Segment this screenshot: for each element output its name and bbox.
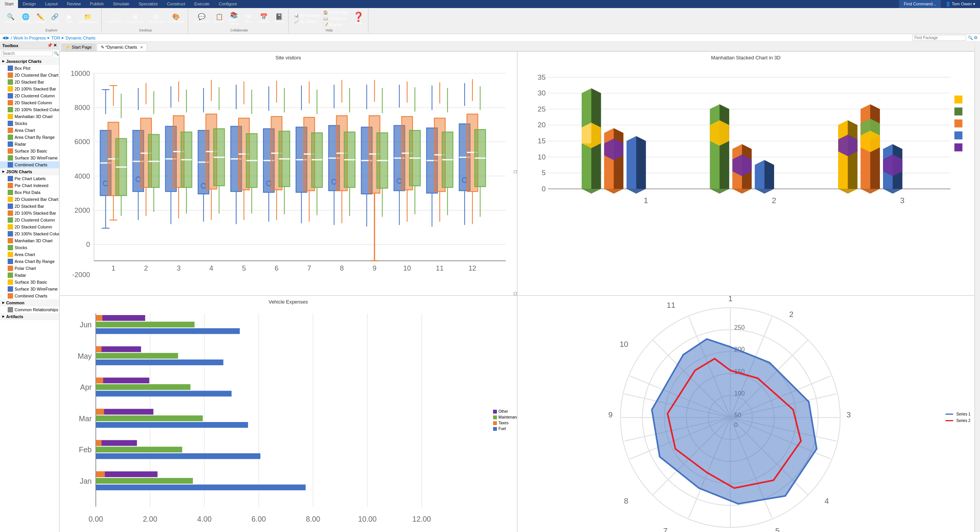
- breadcrumb-tor[interactable]: TOR: [51, 36, 60, 40]
- tab-start-page[interactable]: ⚡ Start Page: [61, 43, 96, 51]
- toolbox-item-pie-labels[interactable]: Pie Chart Labels: [0, 175, 59, 182]
- preferences-btn[interactable]: ⚙Preferences: [146, 13, 166, 24]
- toolbox-item-area[interactable]: Area Chart: [0, 127, 59, 134]
- toolbox-close-icon[interactable]: ✕: [53, 43, 57, 48]
- tab-configure[interactable]: Configure: [214, 0, 242, 8]
- tab-review[interactable]: Review: [62, 0, 86, 8]
- manhattan-title: Manhattan Stacked Chart in 3D: [518, 52, 975, 64]
- tab-construct[interactable]: Construct: [163, 0, 190, 8]
- toolbox-item-combined-json[interactable]: Combined Charts: [0, 292, 59, 299]
- toolbox-item-pie-indexed[interactable]: Pie Chart Indexed: [0, 182, 59, 189]
- toolbox-item-100stacked-col[interactable]: 2D 100% Stacked Column: [0, 106, 59, 113]
- breadcrumb-dynamic[interactable]: Dynamic Charts: [66, 36, 95, 40]
- toolbox-item-stacked-col-json[interactable]: 2D Stacked Column: [0, 223, 59, 230]
- resize-handle-se[interactable]: [514, 292, 517, 295]
- toolbox-item-100stacked-bar[interactable]: 2D 100% Stacked Bar: [0, 85, 59, 92]
- tab-find-command[interactable]: Find Command...: [899, 0, 941, 8]
- toolbox-item-box-plot[interactable]: Box Plot: [0, 65, 59, 72]
- section-common[interactable]: ▸ Common: [0, 299, 59, 306]
- svg-text:9: 9: [608, 410, 612, 419]
- breadcrumb-work[interactable]: Work In Progress: [13, 36, 46, 40]
- svg-text:2000: 2000: [74, 206, 90, 214]
- mail-btn[interactable]: ✉Mail: [242, 13, 255, 24]
- toolbox-item-common-rel[interactable]: Common Relationships: [0, 306, 59, 313]
- find-package-search-icon[interactable]: 🔍: [968, 35, 973, 40]
- tab-specialize[interactable]: Specialize: [134, 0, 162, 8]
- toolbox-item-clustered-col[interactable]: 2D Clustered Column: [0, 92, 59, 99]
- perspectives-btn[interactable]: 🖥Perspectives: [125, 13, 145, 24]
- find-package-options-icon[interactable]: ⚙: [974, 35, 978, 40]
- toolbox-item-clustered-col-json[interactable]: 2D Clustered Column: [0, 217, 59, 223]
- tab-layout[interactable]: Layout: [40, 0, 62, 8]
- svg-rect-286: [96, 484, 306, 490]
- toolbox-item-clustered-bar[interactable]: 2D Clustered Bar Chart: [0, 72, 59, 79]
- clustered-bar-label: 2D Clustered Bar Chart: [15, 73, 58, 77]
- review-btn[interactable]: 📋Review: [212, 13, 226, 24]
- mykanban-btn[interactable]: 📊 My Kanban: [293, 13, 321, 18]
- visualstyle-btn[interactable]: 🎨Visual Style: [166, 13, 186, 24]
- toolbox-search-input[interactable]: [1, 51, 53, 56]
- svg-text:12: 12: [469, 264, 476, 272]
- homepage-btn[interactable]: 🏠 Home Page: [322, 10, 351, 15]
- section-json-charts[interactable]: ▸ JSON Charts: [0, 168, 59, 175]
- tab-publish[interactable]: Publish: [86, 0, 109, 8]
- calendar-btn[interactable]: 📅Calendar: [256, 13, 271, 24]
- toolbox-item-area-range[interactable]: Area Chart By Range: [0, 134, 59, 141]
- toolbox-item-clustered-bar-json[interactable]: 2D Clustered Bar Chart: [0, 196, 59, 203]
- tab-dynamic-charts[interactable]: ✎ *Dynamic Charts ✕: [97, 43, 147, 51]
- fullscreen-btn[interactable]: ⛶Full Screen: [105, 13, 124, 24]
- nav-back-btn[interactable]: ◀: [2, 35, 5, 40]
- nav-fwd-btn[interactable]: ▶: [6, 35, 9, 40]
- toolbox-item-surface3d[interactable]: Surface 3D Basic: [0, 148, 59, 154]
- toolbox-search-icon[interactable]: 🔍: [54, 51, 59, 56]
- search-btn[interactable]: 🔍Search: [4, 13, 18, 25]
- section-artifacts[interactable]: ▸ Artifacts: [0, 313, 59, 320]
- toolbox-item-polar[interactable]: Polar Chart: [0, 265, 59, 272]
- dynamic-charts-tab-label: ✎ *Dynamic Charts: [101, 45, 137, 49]
- toolbox-item-stacked-bar[interactable]: 2D Stacked Bar: [0, 79, 59, 85]
- mygantt-btn[interactable]: 📈 My Gantt: [293, 19, 321, 25]
- toolbox-item-radar-json[interactable]: Radar: [0, 272, 59, 279]
- run-btn[interactable]: ▶Run: [62, 13, 76, 25]
- toolbox-item-manhattan-json[interactable]: Manhattan 3D Chart: [0, 237, 59, 244]
- tab-design[interactable]: Design: [18, 0, 40, 8]
- design-btn[interactable]: ✏️Design: [33, 13, 47, 25]
- toolbox-item-surface3d-wire-json[interactable]: Surface 3D WireFrame: [0, 286, 59, 292]
- toolbox-item-stacked-bar-json[interactable]: 2D Stacked Bar: [0, 203, 59, 210]
- toolbox-item-surface3d-wire[interactable]: Surface 3D WireFrame: [0, 154, 59, 161]
- section-javascript-charts[interactable]: ▸ Javascript Charts: [0, 58, 59, 65]
- tab-simulate[interactable]: Simulate: [109, 0, 134, 8]
- tab-execute[interactable]: Execute: [190, 0, 214, 8]
- toolbox-item-100stacked-bar-json[interactable]: 2D 100% Stacked Bar: [0, 210, 59, 217]
- toolbox-item-combined-js[interactable]: Combined Charts: [0, 161, 59, 168]
- resize-handle-e[interactable]: [514, 170, 517, 173]
- toolbox-item-boxplot-data[interactable]: Box Plot Data: [0, 189, 59, 196]
- toolbox-item-manhattan[interactable]: Manhattan 3D Chart: [0, 113, 59, 120]
- libraries-btn[interactable]: 📖 Libraries ▾: [322, 16, 351, 21]
- find-package-input[interactable]: [913, 35, 966, 41]
- artifacts-label: Artifacts: [6, 314, 23, 319]
- tab-start[interactable]: Start: [0, 0, 18, 8]
- toolbox-item-stocks[interactable]: Stocks: [0, 120, 59, 127]
- help-btn[interactable]: ❓Help: [351, 11, 366, 26]
- register-btn[interactable]: 📝 Register: [322, 22, 351, 28]
- discussions-btn[interactable]: 💬Discussions: [192, 13, 212, 24]
- toolbox-item-area-range-json[interactable]: Area Chart By Range: [0, 258, 59, 265]
- toolbox-item-stocks-json[interactable]: Stocks: [0, 244, 59, 251]
- toolbox-item-100stacked-col-json[interactable]: 2D 100% Stacked Column: [0, 230, 59, 237]
- stacked-bar-json-label: 2D Stacked Bar: [15, 204, 44, 209]
- share-btn[interactable]: 🔗Share: [48, 13, 62, 25]
- toolbox-item-radar[interactable]: Radar: [0, 141, 59, 148]
- portals-btn[interactable]: 🌐Portals: [19, 13, 33, 25]
- content-area: ⚡ Start Page ✎ *Dynamic Charts ✕ Site vi…: [59, 42, 975, 532]
- toolbox-item-surface3d-json[interactable]: Surface 3D Basic: [0, 279, 59, 286]
- toolbox-item-area-json[interactable]: Area Chart: [0, 251, 59, 258]
- workspaces-btn[interactable]: 📁Workspaces: [77, 13, 99, 25]
- team-library-btn[interactable]: 📚TeamLibrary: [227, 11, 241, 26]
- tab-close-icon[interactable]: ✕: [140, 45, 143, 49]
- journal-btn[interactable]: 📓Journal: [272, 13, 286, 24]
- svg-rect-241: [954, 131, 962, 140]
- toolbox-pin-icon[interactable]: 📌: [47, 43, 53, 48]
- toolbox-item-stacked-col[interactable]: 2D Stacked Column: [0, 99, 59, 106]
- svg-text:6000: 6000: [74, 138, 90, 146]
